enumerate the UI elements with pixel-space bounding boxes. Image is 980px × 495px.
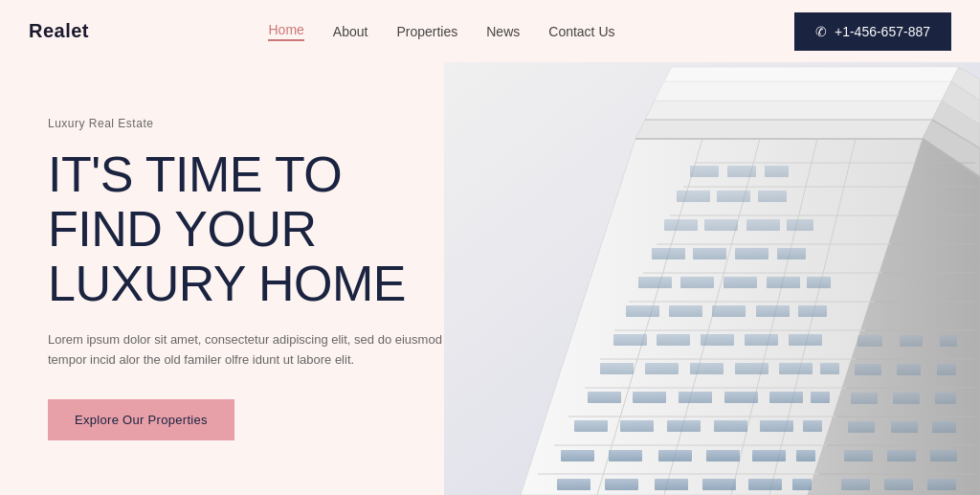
svg-rect-110	[855, 364, 881, 375]
svg-rect-111	[897, 364, 921, 375]
hero-description: Lorem ipsum dolor sit amet, consectetur …	[48, 330, 450, 371]
svg-rect-106	[932, 421, 956, 433]
svg-rect-74	[626, 305, 659, 317]
svg-marker-3	[635, 120, 932, 139]
svg-rect-107	[851, 393, 878, 404]
svg-rect-42	[702, 479, 736, 490]
explore-properties-button[interactable]: Explore Our Properties	[48, 399, 234, 440]
svg-rect-109	[935, 393, 956, 404]
building-svg	[444, 62, 980, 495]
svg-rect-104	[848, 421, 875, 433]
svg-rect-67	[779, 363, 813, 374]
svg-rect-99	[884, 479, 913, 490]
svg-rect-39	[557, 479, 590, 490]
svg-marker-9	[664, 67, 959, 81]
svg-rect-87	[777, 248, 806, 259]
svg-rect-73	[789, 334, 822, 346]
svg-rect-57	[588, 392, 621, 403]
svg-rect-102	[887, 450, 916, 461]
svg-rect-56	[803, 420, 822, 432]
svg-rect-43	[748, 479, 782, 490]
phone-icon: ✆	[815, 24, 827, 39]
svg-rect-100	[927, 479, 956, 490]
svg-rect-82	[767, 277, 800, 288]
svg-rect-53	[667, 420, 701, 432]
svg-rect-97	[765, 166, 789, 177]
hero-subtitle: Luxury Real Estate	[48, 117, 469, 130]
main-nav: Home About Properties News Contact Us	[268, 22, 614, 41]
svg-rect-96	[727, 166, 756, 177]
svg-rect-49	[752, 450, 786, 461]
svg-rect-88	[664, 219, 698, 231]
svg-rect-103	[930, 450, 957, 461]
svg-rect-58	[633, 392, 666, 403]
svg-rect-91	[787, 219, 813, 231]
svg-rect-52	[620, 420, 654, 432]
nav-properties[interactable]: Properties	[396, 24, 457, 39]
svg-rect-65	[690, 363, 724, 374]
svg-rect-108	[893, 393, 920, 404]
svg-rect-84	[652, 248, 685, 259]
svg-rect-50	[796, 450, 815, 461]
nav-home[interactable]: Home	[268, 22, 303, 41]
svg-rect-94	[758, 191, 787, 202]
svg-rect-90	[746, 219, 780, 231]
svg-rect-93	[717, 191, 750, 202]
hero-building-image	[444, 62, 980, 495]
header: Realet Home About Properties News Contac…	[0, 0, 980, 62]
svg-rect-72	[745, 334, 778, 346]
svg-rect-70	[657, 334, 690, 346]
svg-rect-75	[669, 305, 702, 317]
svg-rect-114	[900, 335, 923, 347]
svg-rect-95	[690, 166, 719, 177]
svg-rect-41	[655, 479, 688, 490]
hero-title-line3: LUXURY HOME	[48, 256, 406, 311]
svg-rect-89	[704, 219, 738, 231]
svg-rect-60	[724, 392, 758, 403]
svg-rect-92	[677, 191, 710, 202]
svg-rect-66	[735, 363, 768, 374]
hero-title-line1: IT'S TIME TO	[48, 146, 342, 202]
svg-rect-86	[735, 248, 768, 259]
svg-rect-40	[605, 479, 638, 490]
hero-title-line2: FIND YOUR	[48, 201, 317, 257]
hero-content: Luxury Real Estate IT'S TIME TO FIND YOU…	[0, 62, 498, 495]
svg-rect-51	[574, 420, 608, 432]
svg-rect-59	[679, 392, 712, 403]
svg-rect-115	[940, 335, 957, 347]
svg-rect-61	[769, 392, 803, 403]
svg-marker-7	[655, 81, 951, 101]
svg-rect-68	[820, 363, 839, 374]
svg-rect-62	[811, 392, 830, 403]
nav-contact[interactable]: Contact Us	[548, 24, 614, 39]
svg-rect-47	[658, 450, 692, 461]
svg-rect-80	[680, 277, 714, 288]
svg-rect-113	[858, 335, 882, 347]
svg-rect-48	[706, 450, 740, 461]
phone-number: +1-456-657-887	[835, 24, 930, 39]
svg-rect-105	[891, 421, 918, 433]
svg-marker-5	[645, 101, 942, 120]
svg-rect-71	[701, 334, 734, 346]
svg-rect-101	[844, 450, 873, 461]
svg-rect-46	[609, 450, 642, 461]
svg-rect-45	[561, 450, 594, 461]
svg-rect-76	[712, 305, 746, 317]
nav-about[interactable]: About	[333, 24, 368, 39]
svg-rect-54	[714, 420, 747, 432]
nav-news[interactable]: News	[486, 24, 520, 39]
hero-section: Luxury Real Estate IT'S TIME TO FIND YOU…	[0, 62, 980, 495]
svg-rect-44	[792, 479, 812, 490]
logo: Realet	[29, 20, 89, 42]
svg-rect-79	[638, 277, 672, 288]
svg-rect-55	[760, 420, 793, 432]
svg-rect-77	[756, 305, 790, 317]
svg-rect-112	[937, 364, 956, 375]
svg-rect-64	[645, 363, 679, 374]
svg-rect-98	[841, 479, 870, 490]
svg-rect-63	[600, 363, 634, 374]
phone-cta-button[interactable]: ✆ +1-456-657-887	[794, 12, 951, 51]
svg-rect-85	[693, 248, 726, 259]
svg-rect-69	[613, 334, 647, 346]
svg-rect-78	[798, 305, 827, 317]
